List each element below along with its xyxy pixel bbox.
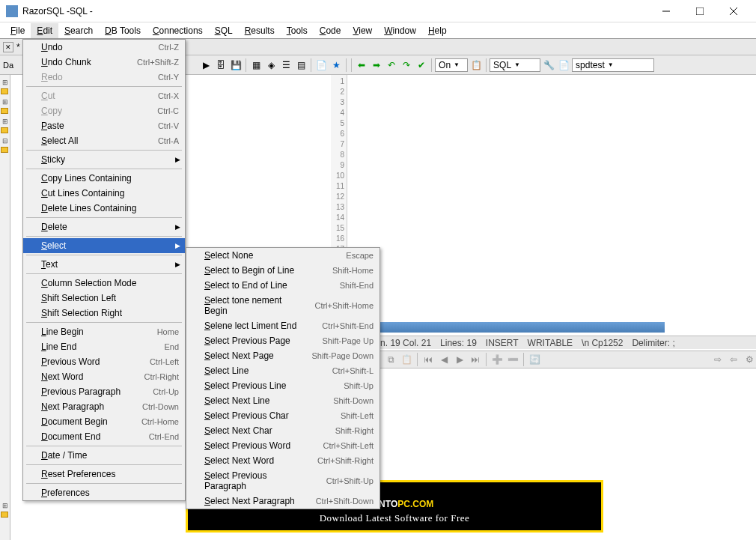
- menu-item-select-line[interactable]: Select LineCtrl+Shift-L: [186, 363, 379, 378]
- menu-item-redo[interactable]: RedoCtrl-Y: [23, 70, 185, 85]
- menu-item-selene-lect-liment-end[interactable]: Selene lect Liment EndCtrl+Shift-End: [186, 318, 379, 333]
- tree-sidebar[interactable]: ⊞ ⊞ ⊞ ⊟ ⊞: [0, 75, 10, 540]
- menu-item-select-previous-word[interactable]: Select Previous WordCtrl+Shift-Left: [186, 438, 379, 453]
- menu-help[interactable]: Help: [422, 23, 453, 38]
- check-icon[interactable]: ✔: [415, 58, 428, 72]
- sql-combo[interactable]: SQL▼: [490, 58, 540, 72]
- grid-icon[interactable]: ▤: [294, 58, 308, 72]
- menu-item-select-previous-line[interactable]: Select Previous LineShift-Up: [186, 378, 379, 393]
- sidebar-tab-label[interactable]: Da: [3, 61, 13, 70]
- cube-icon[interactable]: ◈: [264, 58, 278, 72]
- doc-icon[interactable]: 📋: [469, 58, 483, 72]
- close-button[interactable]: [716, 0, 750, 22]
- menu-item-date-time[interactable]: Date / Time: [23, 448, 185, 463]
- prev-icon[interactable]: ◀: [437, 353, 451, 366]
- menu-item-select-previous-char[interactable]: Select Previous CharShift-Left: [186, 408, 379, 423]
- first-icon[interactable]: ⏮: [421, 353, 435, 366]
- save-icon[interactable]: 💾: [229, 58, 243, 72]
- back-icon[interactable]: ⬅: [355, 58, 368, 72]
- menu-connections[interactable]: Connections: [147, 23, 209, 38]
- run-icon[interactable]: ▶: [199, 58, 213, 72]
- menu-item-select-to-begin-of-line[interactable]: Select to Begin of LineShift-Home: [186, 263, 379, 278]
- tree-node[interactable]: ⊞: [1, 98, 10, 107]
- undo-icon[interactable]: ↶: [385, 58, 398, 72]
- menu-item-select-none[interactable]: Select NoneEscape: [186, 248, 379, 263]
- menu-item-delete-lines-containing[interactable]: Delete Lines Containing: [23, 201, 185, 216]
- arrow2-icon[interactable]: ⇦: [727, 353, 740, 366]
- menu-item-shift-selection-left[interactable]: Shift Selection Left: [23, 291, 185, 306]
- menu-code[interactable]: Code: [314, 23, 347, 38]
- menu-item-select-next-paragraph[interactable]: Select Next ParagraphCtrl+Shift-Down: [186, 494, 379, 509]
- menu-sql[interactable]: SQL: [209, 23, 239, 38]
- menu-tools[interactable]: Tools: [281, 23, 314, 38]
- menu-item-line-begin[interactable]: Line BeginHome: [23, 324, 185, 339]
- list-icon[interactable]: ☰: [279, 58, 293, 72]
- menu-item-select-tone-nement-begin[interactable]: Select tone nement BeginCtrl+Shift-Home: [186, 293, 379, 318]
- menu-item-text[interactable]: Text▶: [23, 257, 185, 272]
- copy-icon[interactable]: ⧉: [384, 353, 397, 366]
- menu-item-line-end[interactable]: Line EndEnd: [23, 339, 185, 354]
- maximize-button[interactable]: [683, 0, 716, 22]
- folder-icon[interactable]: [1, 512, 10, 521]
- menu-item-reset-preferences[interactable]: Reset Preferences: [23, 467, 185, 482]
- db-icon[interactable]: 🗄: [214, 58, 228, 72]
- folder-icon[interactable]: [1, 88, 10, 97]
- table-icon[interactable]: ▦: [249, 58, 263, 72]
- menu-item-select-all[interactable]: Select AllCtrl-A: [23, 133, 185, 148]
- menu-db-tools[interactable]: DB Tools: [99, 23, 147, 38]
- arrow-icon[interactable]: ⇨: [711, 353, 725, 366]
- folder-icon[interactable]: [1, 108, 10, 117]
- menu-item-select[interactable]: Select▶: [23, 238, 185, 253]
- menu-item-document-begin[interactable]: Document BeginCtrl-Home: [23, 414, 185, 429]
- menu-item-select-to-end-of-line[interactable]: Select to End of LineShift-End: [186, 278, 379, 293]
- menu-window[interactable]: Window: [378, 23, 422, 38]
- forward-icon[interactable]: ➡: [370, 58, 383, 72]
- tree-node[interactable]: ⊞: [1, 79, 10, 88]
- menu-item-shift-selection-right[interactable]: Shift Selection Right: [23, 306, 185, 321]
- menu-item-select-next-line[interactable]: Select Next LineShift-Down: [186, 393, 379, 408]
- add-icon[interactable]: ➕: [490, 353, 504, 366]
- config-icon[interactable]: ⚙: [743, 353, 756, 366]
- gear-icon[interactable]: 🔧: [542, 58, 555, 72]
- menu-item-copy[interactable]: CopyCtrl-C: [23, 103, 185, 118]
- spd-combo[interactable]: spdtest▼: [572, 58, 654, 72]
- menu-item-select-previous-page[interactable]: Select Previous PageShift-Page Up: [186, 333, 379, 348]
- menu-item-select-previous-paragraph[interactable]: Select Previous ParagraphCtrl+Shift-Up: [186, 468, 379, 494]
- menu-item-next-paragraph[interactable]: Next ParagraphCtrl-Down: [23, 399, 185, 414]
- redo-icon[interactable]: ↷: [400, 58, 413, 72]
- paste-icon[interactable]: 📋: [400, 353, 413, 366]
- menu-item-select-next-page[interactable]: Select Next PageShift-Page Down: [186, 348, 379, 363]
- menu-item-document-end[interactable]: Document EndCtrl-End: [23, 429, 185, 444]
- on-combo[interactable]: On▼: [435, 58, 468, 72]
- menu-item-copy-lines-containing[interactable]: Copy Lines Containing: [23, 171, 185, 186]
- menu-item-preferences[interactable]: Preferences: [23, 485, 185, 500]
- next-icon[interactable]: ▶: [453, 353, 466, 366]
- menu-item-column-selection-mode[interactable]: Column Selection Mode: [23, 276, 185, 291]
- tree-node[interactable]: ⊞: [1, 118, 10, 127]
- minimize-button[interactable]: [649, 0, 683, 22]
- page2-icon[interactable]: 📄: [557, 58, 570, 72]
- last-icon[interactable]: ⏭: [469, 353, 482, 366]
- refresh-icon[interactable]: 🔄: [528, 353, 541, 366]
- menu-item-select-next-word[interactable]: Select Next WordCtrl+Shift-Right: [186, 453, 379, 468]
- menu-item-cut-lines-containing[interactable]: Cut Lines Containing: [23, 186, 185, 201]
- menu-item-previous-paragraph[interactable]: Previous ParagraphCtrl-Up: [23, 384, 185, 399]
- star-icon[interactable]: ★: [329, 58, 343, 72]
- tree-node[interactable]: ⊟: [1, 137, 10, 146]
- menu-item-select-next-char[interactable]: Select Next CharShift-Right: [186, 423, 379, 438]
- remove-icon[interactable]: ➖: [506, 353, 519, 366]
- menu-item-cut[interactable]: CutCtrl-X: [23, 88, 185, 103]
- menu-file[interactable]: File: [4, 23, 31, 38]
- folder-icon[interactable]: [1, 127, 10, 136]
- menu-view[interactable]: View: [347, 23, 378, 38]
- menu-edit[interactable]: Edit: [31, 23, 58, 38]
- tab-close-icon[interactable]: ✕: [3, 42, 13, 52]
- menu-item-sticky[interactable]: Sticky▶: [23, 152, 185, 167]
- tree-node[interactable]: ⊞: [1, 502, 10, 511]
- menu-item-previous-word[interactable]: Previous WordCtrl-Left: [23, 354, 185, 369]
- folder-icon[interactable]: [1, 147, 10, 156]
- menu-item-paste[interactable]: PasteCtrl-V: [23, 118, 185, 133]
- menu-search[interactable]: Search: [58, 23, 99, 38]
- menu-item-delete[interactable]: Delete▶: [23, 219, 185, 234]
- menu-item-undo-chunk[interactable]: Undo ChunkCtrl+Shift-Z: [23, 55, 185, 70]
